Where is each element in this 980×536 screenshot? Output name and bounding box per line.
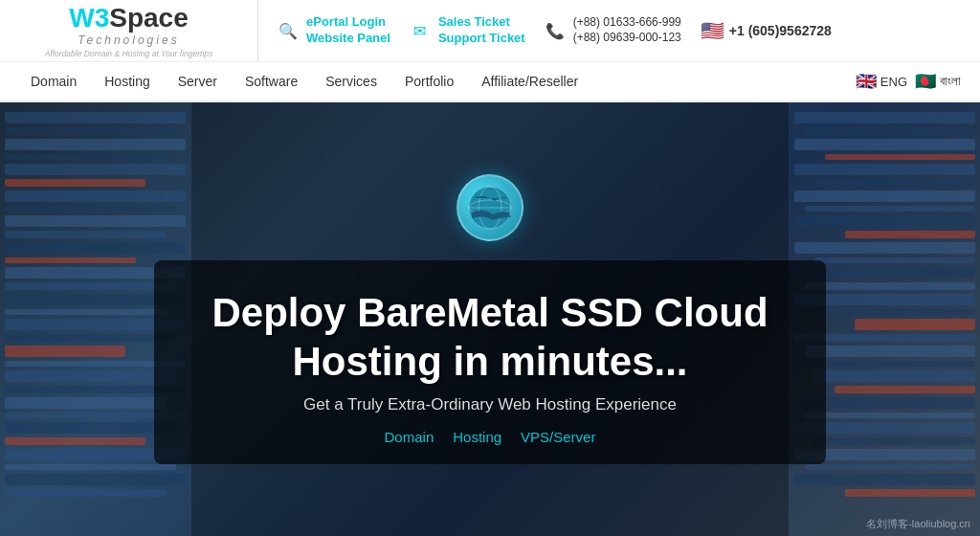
nav-domain[interactable]: Domain <box>19 61 88 101</box>
eportal-contact: 🔍 ePortal Login Website Panel <box>278 14 390 47</box>
top-contacts: 🔍 ePortal Login Website Panel ✉ Sales Ti… <box>258 14 970 47</box>
eportal-login-link[interactable]: ePortal Login <box>306 14 390 31</box>
hero-title-line1: Deploy BareMetal SSD Cloud <box>212 290 768 335</box>
us-flag-icon: 🇺🇸 <box>701 19 724 42</box>
hero-title-line2: Hosting in minutes... <box>292 339 687 384</box>
hero-link-hosting[interactable]: Hosting <box>453 429 501 445</box>
phone2: (+88) 09639-000-123 <box>573 31 681 46</box>
nav-software[interactable]: Software <box>234 61 309 101</box>
en-flag-icon: 🇬🇧 <box>856 71 877 92</box>
mail-icon: ✉ <box>410 20 431 41</box>
phone-bd-text: (+88) 01633-666-999 (+88) 09639-000-123 <box>573 15 681 45</box>
hero-dark-box: Deploy BareMetal SSD Cloud Hosting in mi… <box>154 260 825 464</box>
hero-section: Deploy BareMetal SSD Cloud Hosting in mi… <box>0 102 980 536</box>
nav-bar: Domain Hosting Server Software Services … <box>0 62 980 102</box>
phone-bd-contact: 📞 (+88) 01633-666-999 (+88) 09639-000-12… <box>545 15 681 45</box>
bn-flag-icon: 🇧🇩 <box>915 71 936 92</box>
phone-intl-section: 🇺🇸 +1 (605)9562728 <box>701 19 832 42</box>
lang-bn[interactable]: 🇧🇩 বাংলা <box>915 71 961 92</box>
hero-link-domain[interactable]: Domain <box>385 429 434 445</box>
hero-title: Deploy BareMetal SSD Cloud Hosting in mi… <box>212 289 768 386</box>
nav-affiliate[interactable]: Affiliate/Reseller <box>470 61 590 101</box>
lang-en[interactable]: 🇬🇧 ENG <box>856 71 907 92</box>
lang-bn-label: বাংলা <box>940 74 961 89</box>
lang-en-label: ENG <box>880 75 907 89</box>
language-switcher: 🇬🇧 ENG 🇧🇩 বাংলা <box>856 71 961 92</box>
logo-area: W3Space Technologies Affordable Domain &… <box>10 0 258 61</box>
website-panel-link[interactable]: Website Panel <box>306 31 390 47</box>
phone-intl: +1 (605)9562728 <box>729 23 832 38</box>
logo-technologies: Technologies <box>78 34 179 47</box>
logo-tagline: Affordable Domain & Hosting at Your fing… <box>45 49 213 58</box>
hero-subtitle: Get a Truly Extra-Ordinary Web Hosting E… <box>212 395 768 414</box>
logo-w3: W3 <box>69 3 109 34</box>
nav-portfolio[interactable]: Portfolio <box>393 61 465 101</box>
logo-space: Space <box>109 3 189 34</box>
ticket-text: Sales Ticket Support Ticket <box>438 14 525 47</box>
phone-icon: 📞 <box>545 20 566 41</box>
eportal-text: ePortal Login Website Panel <box>306 14 390 47</box>
support-ticket-link[interactable]: Support Ticket <box>438 31 525 47</box>
ticket-contact: ✉ Sales Ticket Support Ticket <box>410 14 525 47</box>
phone1: (+88) 01633-666-999 <box>573 15 681 31</box>
watermark: 名刘博客-laoliublog.cn <box>866 517 970 531</box>
globe-icon <box>457 174 523 241</box>
nav-server[interactable]: Server <box>167 61 229 101</box>
hero-content: Deploy BareMetal SSD Cloud Hosting in mi… <box>154 174 825 464</box>
hero-link-vps[interactable]: VPS/Server <box>521 429 595 445</box>
top-bar: W3Space Technologies Affordable Domain &… <box>0 0 980 62</box>
nav-hosting[interactable]: Hosting <box>93 61 161 101</box>
hero-links: Domain Hosting VPS/Server <box>212 429 768 445</box>
sales-ticket-link[interactable]: Sales Ticket <box>438 14 525 31</box>
search-icon: 🔍 <box>278 20 299 41</box>
nav-services[interactable]: Services <box>314 61 389 101</box>
